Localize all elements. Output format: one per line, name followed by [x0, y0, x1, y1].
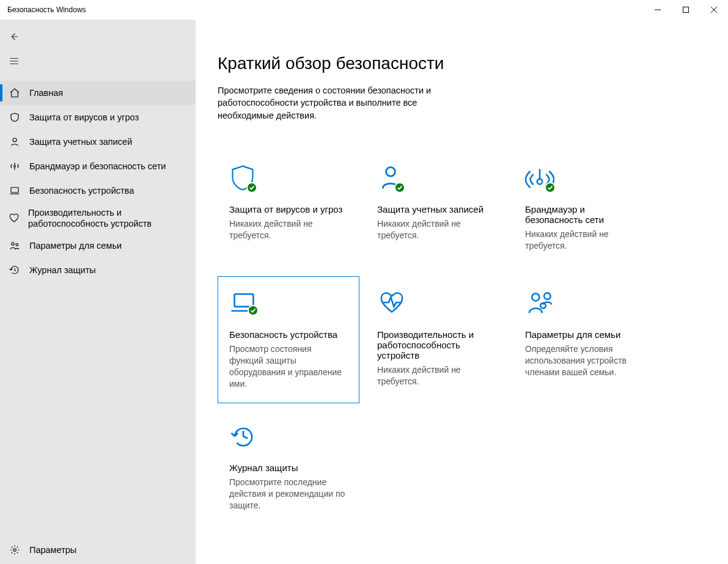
- nav-home[interactable]: Главная: [0, 81, 196, 105]
- tile-desc: Никаких действий не требуется.: [525, 229, 644, 252]
- nav-virus[interactable]: Защита от вирусов и угроз: [0, 105, 196, 130]
- account-icon: [377, 164, 496, 197]
- nav-label: Главная: [29, 87, 63, 98]
- minimize-button[interactable]: [644, 0, 672, 20]
- nav-label: Защита от вирусов и угроз: [29, 112, 139, 123]
- network-icon: [9, 161, 21, 172]
- nav-label: Брандмауэр и безопасность сети: [29, 161, 166, 172]
- tile-device-security[interactable]: Безопасность устройства Просмотр состоян…: [218, 276, 359, 404]
- close-button[interactable]: [700, 0, 728, 20]
- shield-icon: [9, 112, 21, 123]
- history-icon: [9, 265, 21, 276]
- svg-point-5: [16, 244, 18, 246]
- sidebar: Главная Защита от вирусов и угроз Защита…: [0, 20, 196, 564]
- family-icon: [525, 289, 644, 322]
- heart-pulse-icon: [377, 289, 496, 322]
- nav-device-security[interactable]: Безопасность устройства: [0, 178, 196, 203]
- laptop-icon: [9, 185, 21, 196]
- page-title: Краткий обзор безопасности: [218, 54, 706, 73]
- tile-desc: Определяйте условия использования устрой…: [525, 343, 644, 378]
- nav: Главная Защита от вирусов и угроз Защита…: [0, 81, 196, 282]
- tile-family[interactable]: Параметры для семьи Определяйте условия …: [513, 276, 655, 404]
- settings-button[interactable]: Параметры: [0, 536, 196, 564]
- tile-title: Брандмауэр и безопасность сети: [525, 204, 644, 225]
- svg-point-1: [13, 138, 17, 142]
- tile-desc: Просмотр состояния функций защиты оборуд…: [229, 343, 348, 390]
- laptop-icon: [229, 289, 348, 322]
- tile-history[interactable]: Журнал защиты Просмотрите последние дейс…: [218, 409, 359, 529]
- tile-title: Защита учетных записей: [377, 204, 496, 214]
- svg-rect-0: [683, 7, 689, 13]
- security-tiles: Защита от вирусов и угроз Никаких действ…: [218, 151, 706, 529]
- svg-point-6: [13, 549, 17, 552]
- nav-family[interactable]: Параметры для семьи: [0, 233, 196, 258]
- nav-firewall[interactable]: Брандмауэр и безопасность сети: [0, 154, 196, 178]
- page-subtitle: Просмотрите сведения о состоянии безопас…: [218, 84, 474, 122]
- svg-rect-3: [11, 188, 18, 192]
- svg-point-7: [386, 167, 395, 177]
- account-icon: [9, 136, 21, 147]
- window-controls: [644, 0, 728, 20]
- main-content: Краткий обзор безопасности Просмотрите с…: [196, 20, 728, 564]
- tile-title: Безопасность устройства: [229, 329, 348, 340]
- nav-label: Защита учетных записей: [29, 136, 132, 147]
- network-icon: [525, 164, 644, 197]
- tile-account[interactable]: Защита учетных записей Никаких действий …: [366, 151, 507, 270]
- back-button[interactable]: [0, 24, 196, 49]
- family-icon: [9, 240, 21, 251]
- menu-button[interactable]: [0, 49, 196, 73]
- svg-point-11: [544, 293, 550, 299]
- tile-title: Параметры для семьи: [525, 329, 644, 340]
- tile-virus[interactable]: Защита от вирусов и угроз Никаких действ…: [218, 151, 359, 270]
- nav-history[interactable]: Журнал защиты: [0, 258, 196, 282]
- tile-title: Производительность и работоспособность у…: [377, 329, 496, 361]
- nav-label: Безопасность устройства: [29, 185, 134, 196]
- svg-point-2: [14, 166, 16, 167]
- history-icon: [229, 422, 348, 455]
- window-title: Безопасность Windows: [7, 5, 86, 14]
- nav-label: Журнал защиты: [29, 265, 96, 276]
- gear-icon: [9, 544, 21, 555]
- tile-desc: Просмотрите последние действия и рекомен…: [229, 477, 348, 511]
- tile-performance[interactable]: Производительность и работоспособность у…: [366, 276, 507, 404]
- tile-title: Журнал защиты: [229, 463, 348, 473]
- tile-title: Защита от вирусов и угроз: [229, 204, 348, 214]
- title-bar: Безопасность Windows: [0, 0, 728, 20]
- nav-account[interactable]: Защита учетных записей: [0, 130, 196, 154]
- heart-icon: [9, 213, 20, 224]
- tile-desc: Никаких действий не требуется.: [229, 218, 348, 241]
- settings-label: Параметры: [29, 545, 76, 555]
- home-icon: [9, 87, 21, 98]
- svg-point-4: [12, 243, 15, 246]
- tile-desc: Никаких действий не требуется.: [377, 218, 496, 241]
- shield-icon: [229, 164, 348, 197]
- nav-performance[interactable]: Производительность и работоспособность у…: [0, 203, 196, 233]
- maximize-button[interactable]: [672, 0, 700, 20]
- nav-label: Параметры для семьи: [29, 240, 122, 251]
- tile-desc: Никаких действий не требуется.: [377, 364, 496, 387]
- svg-point-10: [532, 293, 539, 301]
- svg-point-8: [537, 179, 543, 185]
- nav-label: Производительность и работоспособность у…: [28, 207, 188, 229]
- tile-firewall[interactable]: Брандмауэр и безопасность сети Никаких д…: [513, 151, 655, 270]
